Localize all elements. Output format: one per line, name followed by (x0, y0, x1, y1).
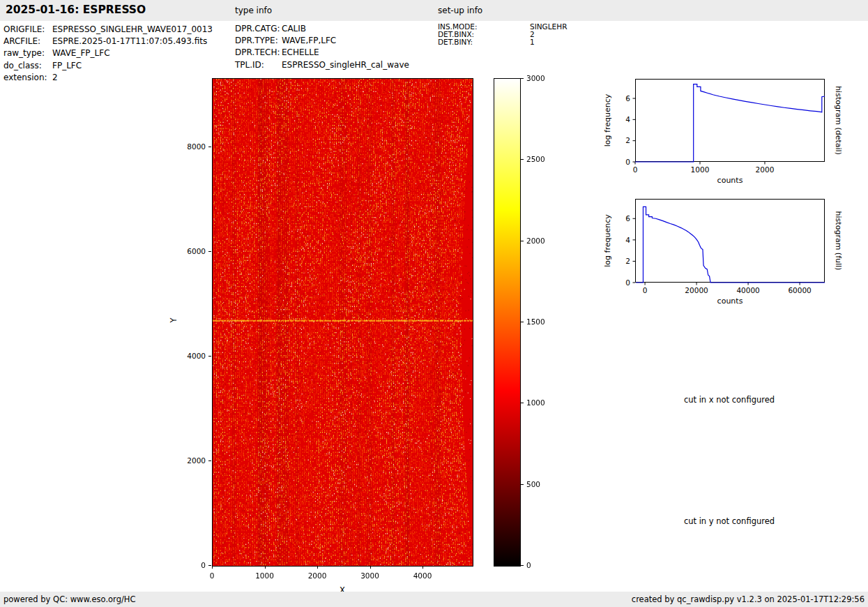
colorbar-tick-mark (521, 159, 524, 160)
y-tick-label: 2 (625, 136, 630, 144)
info-label: DPR.TECH: (235, 47, 282, 59)
info-row: extension: 2 (3, 72, 213, 84)
info-row: ORIGFILE: ESPRESSO_SINGLEHR_WAVE017_0013 (3, 24, 213, 36)
y-tick-mark (208, 251, 211, 252)
info-value: ECHELLE (282, 47, 319, 59)
plot-frame (636, 200, 825, 283)
hist-side-label: histogram (full) (834, 211, 843, 271)
hist-side-label: histogram (detail) (834, 86, 843, 155)
info-value: SINGLEHR (530, 23, 567, 31)
info-value: ESPRESSO_singleHR_cal_wave (282, 59, 409, 71)
y-tick-mark (208, 356, 211, 357)
y-tick-label: 8000 (175, 142, 206, 151)
y-tick-label: 0 (175, 560, 206, 570)
colorbar-tick-label: 2500 (526, 154, 545, 164)
qc-report-page: 2025-01-16: ESPRESSO type info set-up in… (0, 0, 868, 607)
info-label: do_class: (3, 60, 52, 72)
histogram-detail-plot: 0100020000246countslog frequencyhistogra… (635, 79, 825, 162)
x-tick-label: 0 (643, 286, 648, 294)
file-info-block: ORIGFILE: ESPRESSO_SINGLEHR_WAVE017_0013… (3, 24, 213, 84)
colorbar (494, 78, 521, 567)
info-label: DPR.CATG: (235, 23, 282, 35)
header-bar: 2025-01-16: ESPRESSO type info set-up in… (0, 0, 868, 21)
footer-left-text: powered by QC: www.eso.org/HC (3, 592, 135, 607)
setup-info-block: INS.MODE: SINGLEHR DET.BINX: 2 DET.BINY:… (438, 23, 567, 47)
info-value: WAVE_FP_LFC (52, 47, 110, 59)
colorbar-tick-mark (521, 241, 524, 241)
y-tick-label: 6000 (175, 246, 206, 256)
x-tick-mark (370, 566, 371, 569)
info-row: ARCFILE: ESPRE.2025-01-17T11:07:05.493.f… (3, 36, 213, 47)
info-label: DET.BINY: (438, 38, 530, 46)
x-tick-label: 1000 (248, 571, 282, 580)
info-row: do_class: FP_LFC (3, 60, 213, 72)
info-label: extension: (3, 72, 52, 84)
colorbar-tick-label: 1000 (526, 398, 545, 407)
hist-x-axis-label: counts (717, 176, 743, 185)
y-axis-label: Y (169, 317, 178, 322)
colorbar-tick-mark (521, 322, 524, 322)
x-tick-label: 2000 (300, 571, 335, 580)
colorbar-tick-label: 2000 (526, 236, 545, 246)
hist-y-axis-label: log frequency (603, 93, 612, 147)
info-value: WAVE,FP,LFC (282, 35, 336, 47)
info-label: raw_type: (3, 47, 52, 59)
page-title: 2025-01-16: ESPRESSO (6, 3, 146, 16)
x-tick-label: 3000 (353, 571, 388, 580)
setup-info-heading: set-up info (438, 6, 482, 15)
x-tick-label: 1000 (691, 165, 710, 174)
y-tick-label: 2000 (175, 456, 206, 465)
info-value: FP_LFC (52, 60, 82, 72)
info-row: DPR.CATG: CALIB (235, 23, 409, 35)
info-row: DET.BINY: 1 (438, 38, 567, 46)
x-tick-label: 60000 (788, 286, 811, 294)
info-value: CALIB (282, 23, 306, 35)
cut-x-message: cut in x not configured (684, 395, 775, 405)
hist-y-axis-label: log frequency (603, 214, 612, 267)
y-tick-label: 6 (625, 94, 630, 103)
y-tick-label: 0 (625, 278, 630, 287)
colorbar-tick-mark (521, 484, 524, 485)
info-label: ORIGFILE: (3, 24, 52, 36)
colorbar-tick-label: 3000 (526, 73, 545, 83)
info-row: DPR.TYPE: WAVE,FP,LFC (235, 35, 409, 47)
colorbar-tick-label: 1500 (526, 317, 545, 327)
info-value: ESPRESSO_SINGLEHR_WAVE017_0013 (52, 24, 213, 36)
x-tick-label: 4000 (405, 571, 440, 580)
x-tick-mark (422, 566, 423, 569)
colorbar-tick-mark (521, 403, 524, 403)
x-tick-mark (265, 566, 266, 569)
histogram-line (636, 207, 825, 283)
hist-x-axis-label: counts (717, 297, 743, 306)
y-tick-label: 4000 (175, 351, 206, 361)
footer-bar: powered by QC: www.eso.org/HC created by… (0, 592, 868, 607)
info-label: DPR.TYPE: (235, 35, 282, 47)
histogram-full-plot: 02000040000600000246countslog frequencyh… (635, 199, 825, 283)
footer-right-text: created by qc_rawdisp.py v1.2.3 on 2025-… (632, 592, 865, 607)
info-value: 1 (530, 38, 535, 46)
cut-y-message: cut in y not configured (684, 516, 775, 526)
x-tick-label: 40000 (736, 286, 759, 294)
colorbar-tick-mark (521, 565, 524, 566)
y-tick-label: 4 (625, 115, 630, 123)
info-label: TPL.ID: (235, 59, 282, 71)
type-info-heading: type info (235, 6, 272, 15)
y-tick-mark (208, 565, 211, 566)
colorbar-tick-label: 500 (526, 479, 540, 489)
colorbar-tick-label: 0 (526, 560, 531, 570)
x-tick-mark (317, 566, 318, 569)
info-value: 2 (52, 72, 58, 84)
y-tick-label: 2 (625, 257, 630, 265)
x-tick-label: 2000 (756, 165, 775, 174)
y-tick-label: 4 (625, 236, 630, 244)
type-info-block: DPR.CATG: CALIB DPR.TYPE: WAVE,FP,LFC DP… (235, 23, 409, 71)
info-value: ESPRE.2025-01-17T11:07:05.493.fits (52, 36, 207, 47)
y-tick-mark (208, 460, 211, 461)
y-tick-mark (208, 147, 211, 147)
x-tick-label: 20000 (685, 286, 708, 294)
plot-frame (636, 80, 825, 162)
info-label: ARCFILE: (3, 36, 52, 47)
histogram-line (635, 84, 825, 162)
x-tick-mark (212, 566, 213, 569)
raw-frame-plot (212, 78, 473, 567)
